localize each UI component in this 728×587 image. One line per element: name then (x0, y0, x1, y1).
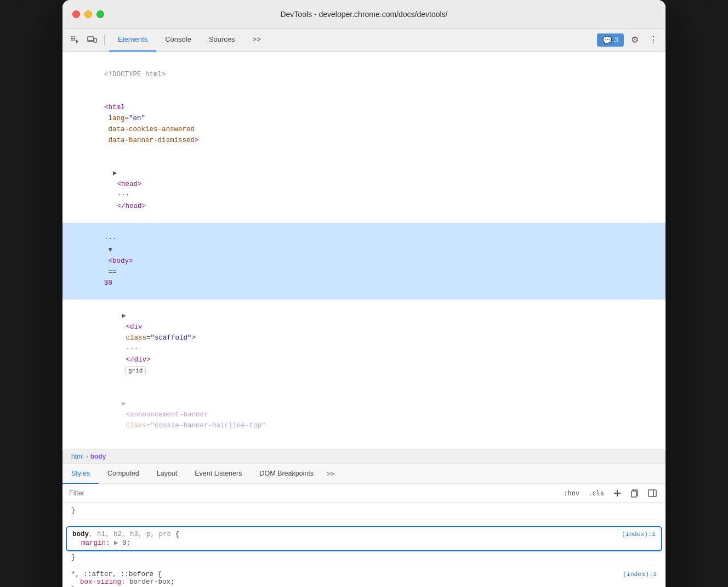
svg-rect-3 (71, 38, 72, 39)
devtools-tabs: Elements Console Sources >> (109, 29, 595, 52)
device-toggle-icon[interactable] (84, 32, 100, 48)
css-source-link-2[interactable]: (index):1 (623, 571, 657, 578)
svg-rect-7 (72, 39, 73, 41)
css-rule1-close: } (71, 554, 657, 561)
css-source-link-1[interactable]: (index):1 (622, 530, 656, 538)
tab-console[interactable]: Console (156, 29, 200, 52)
css-closing-brace-rule: } (71, 503, 657, 520)
filter-bar: :hov .cls (62, 484, 666, 503)
svg-rect-1 (72, 36, 73, 37)
tab-computed[interactable]: Computed (99, 464, 148, 484)
tab-more[interactable]: >> (244, 29, 270, 52)
dom-head[interactable]: ▶ <head> ··· </head> (71, 157, 657, 223)
tab-more-styles[interactable]: >> (322, 470, 339, 478)
breadcrumb-html[interactable]: html (71, 453, 84, 460)
toolbar-separator (104, 35, 105, 46)
css-selector-universal[interactable]: *, ::after, ::before { (71, 571, 162, 578)
notifications-badge[interactable]: 💬 3 (597, 33, 624, 47)
more-options-button[interactable]: ⋮ (646, 32, 661, 48)
dom-doctype: <!DOCTYPE html> (71, 58, 657, 91)
main-toolbar: Elements Console Sources >> 💬 3 ⚙ (62, 29, 666, 52)
css-rule-body-headings: body, h1, h2, h3, p, pre { (index):1 mar… (71, 520, 657, 566)
svg-rect-8 (74, 39, 75, 41)
traffic-lights (72, 10, 104, 18)
dom-panel: <!DOCTYPE html> <html lang="en" data-coo… (62, 52, 666, 449)
filter-actions: :hov .cls (561, 487, 659, 500)
svg-rect-15 (632, 491, 636, 497)
more-vert-icon: ⋮ (649, 35, 658, 45)
svg-rect-2 (74, 36, 75, 37)
dom-body-selected[interactable]: ··· ▼ <body> == $0 (62, 223, 666, 300)
add-rule-button[interactable] (611, 487, 624, 500)
css-rule-highlight-box: body, h1, h2, h3, p, pre { (index):1 mar… (66, 526, 662, 551)
maximize-button[interactable] (96, 10, 104, 18)
breadcrumb-body[interactable]: body (90, 453, 106, 460)
svg-rect-16 (649, 490, 656, 496)
titlebar: DevTools - developer.chrome.com/docs/dev… (62, 0, 666, 29)
settings-button[interactable]: ⚙ (627, 32, 642, 48)
tab-dom-breakpoints[interactable]: DOM Breakpoints (251, 464, 322, 484)
copy-styles-button[interactable] (628, 487, 641, 500)
css-selector-body-headings[interactable]: body, h1, h2, h3, p, pre { (72, 530, 179, 538)
tab-sources[interactable]: Sources (200, 29, 244, 52)
grid-badge: grid (125, 366, 146, 375)
gear-icon: ⚙ (631, 35, 639, 45)
svg-rect-10 (94, 38, 96, 42)
tab-styles[interactable]: Styles (62, 464, 99, 484)
dom-html-open: <html lang="en" data-cookies-answered da… (71, 91, 657, 157)
dom-div-scaffold[interactable]: ▶ <div class="scaffold"> ··· </div> grid (71, 300, 657, 387)
svg-rect-5 (74, 38, 75, 39)
css-rule-universal: *, ::after, ::before { (index):1 box-siz… (71, 566, 657, 587)
css-box-sizing-property: box-sizing: border-box; (71, 578, 657, 586)
minimize-button[interactable] (84, 10, 92, 18)
css-margin-property: margin: ▶ 0; (72, 538, 656, 547)
svg-rect-6 (71, 39, 72, 41)
close-button[interactable] (72, 10, 80, 18)
toolbar-right-actions: 💬 3 ⚙ ⋮ (597, 32, 661, 48)
styles-toolbar: Styles Computed Layout Event Listeners D… (62, 464, 666, 484)
cls-button[interactable]: .cls (586, 488, 606, 498)
svg-rect-4 (72, 38, 73, 39)
chat-icon: 💬 (602, 36, 612, 44)
hov-button[interactable]: :hov (561, 488, 582, 498)
badge-count: 3 (615, 36, 618, 44)
tab-elements[interactable]: Elements (109, 29, 156, 52)
devtools-window: DevTools - developer.chrome.com/docs/dev… (62, 0, 666, 587)
devtools-panel: Elements Console Sources >> 💬 3 ⚙ (62, 29, 666, 587)
tab-event-listeners[interactable]: Event Listeners (186, 464, 251, 484)
dom-announcement[interactable]: ▶ <announcement-banner class="cookie-ban… (71, 387, 657, 442)
dom-breadcrumb: html › body (62, 449, 666, 464)
css-panel: } body, h1, h2, h3, p, pre { (index):1 m… (62, 503, 666, 587)
filter-input[interactable] (69, 489, 557, 497)
svg-rect-0 (71, 36, 72, 37)
toggle-sidebar-button[interactable] (646, 487, 659, 500)
window-title: DevTools - developer.chrome.com/docs/dev… (280, 10, 447, 19)
tab-layout[interactable]: Layout (148, 464, 186, 484)
inspect-cursor-icon[interactable] (67, 32, 82, 48)
